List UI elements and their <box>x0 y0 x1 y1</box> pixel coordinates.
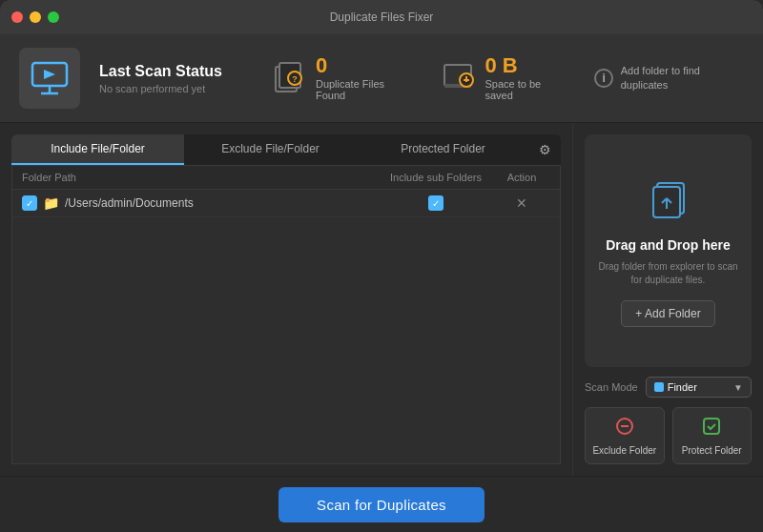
file-table: Folder Path Include sub Folders Action ✓… <box>11 165 561 464</box>
maximize-button[interactable] <box>48 11 59 23</box>
stat-space: 0 B Space to be saved <box>440 55 567 101</box>
close-button[interactable] <box>11 11 23 23</box>
hint-area: i Add folder to find duplicates <box>594 64 744 93</box>
drag-drop-area: Drag and Drop here Drag folder from expl… <box>585 134 752 367</box>
window-controls <box>11 11 59 23</box>
row-checkbox[interactable]: ✓ <box>22 195 37 211</box>
right-panel: Drag and Drop here Drag folder from expl… <box>572 123 763 476</box>
scan-status-subtitle: No scan performed yet <box>99 83 222 94</box>
row-action: ✕ <box>493 195 550 211</box>
col-folder-path: Folder Path <box>22 172 379 183</box>
scan-status: Last Scan Status No scan performed yet <box>99 62 222 93</box>
stat-space-label: Space to be saved <box>485 78 567 101</box>
drag-title: Drag and Drop here <box>606 237 731 253</box>
protect-folder-icon <box>679 416 746 441</box>
stat-files-label: Duplicate Files Found <box>316 78 411 101</box>
main-content: Include File/Folder Exclude File/Folder … <box>0 123 763 476</box>
svg-marker-3 <box>44 70 55 79</box>
row-path: /Users/admin/Documents <box>65 196 379 210</box>
settings-gear-icon[interactable]: ⚙ <box>529 134 561 165</box>
col-action: Action <box>493 172 550 183</box>
titlebar: Duplicate Files Fixer <box>0 0 763 34</box>
table-header: Folder Path Include sub Folders Action <box>12 166 560 190</box>
stat-space-info: 0 B Space to be saved <box>485 55 567 101</box>
exclude-folder-button[interactable]: Exclude Folder <box>585 407 665 464</box>
row-sub-folder-check[interactable]: ✓ <box>379 195 493 211</box>
left-panel: Include File/Folder Exclude File/Folder … <box>0 123 572 476</box>
scan-mode-row: Scan Mode Finder ▼ <box>585 377 752 398</box>
table-row: ✓ 📁 /Users/admin/Documents ✓ ✕ <box>12 190 560 217</box>
protect-folder-label: Protect Folder <box>679 445 746 456</box>
finder-icon <box>654 382 664 392</box>
scan-duplicates-button[interactable]: Scan for Duplicates <box>278 487 485 522</box>
tab-protected[interactable]: Protected Folder <box>357 134 529 165</box>
tab-include[interactable]: Include File/Folder <box>11 134 184 165</box>
svg-rect-20 <box>704 419 719 434</box>
minimize-button[interactable] <box>30 11 41 23</box>
scan-status-title: Last Scan Status <box>99 62 222 80</box>
stat-files-info: 0 Duplicate Files Found <box>316 55 411 101</box>
exclude-folder-label: Exclude Folder <box>591 445 658 456</box>
svg-text:?: ? <box>292 74 298 84</box>
scan-mode-label: Scan Mode <box>585 381 638 393</box>
stat-files-number: 0 <box>316 55 411 76</box>
scan-mode-select[interactable]: Finder ▼ <box>646 377 752 398</box>
tab-exclude[interactable]: Exclude File/Folder <box>184 134 357 165</box>
add-folder-button[interactable]: + Add Folder <box>621 300 714 327</box>
scan-mode-text: Finder <box>668 381 697 393</box>
monitor-icon <box>29 57 71 99</box>
footer: Scan for Duplicates <box>0 476 763 532</box>
tabs: Include File/Folder Exclude File/Folder … <box>11 134 561 165</box>
stat-space-number: 0 B <box>485 55 567 76</box>
remove-row-button[interactable]: ✕ <box>516 195 527 211</box>
protect-folder-button[interactable]: Protect Folder <box>672 407 753 464</box>
header: Last Scan Status No scan performed yet ?… <box>0 34 763 123</box>
folder-icon: 📁 <box>43 195 59 211</box>
drag-drop-icon <box>646 175 691 230</box>
drag-subtitle: Drag folder from explorer to scan for du… <box>598 260 738 287</box>
add-folder-label: + Add Folder <box>635 307 700 320</box>
scan-mode-value: Finder <box>654 381 697 393</box>
header-stats: ? 0 Duplicate Files Found 0 B Spa <box>270 55 744 101</box>
chevron-down-icon: ▼ <box>733 382 743 393</box>
exclude-folder-icon <box>591 416 658 441</box>
action-buttons: Exclude Folder Protect Folder <box>585 407 752 464</box>
hint-text: Add folder to find duplicates <box>621 64 744 93</box>
app-icon <box>19 48 80 109</box>
info-icon: i <box>594 69 612 88</box>
stat-files: ? 0 Duplicate Files Found <box>270 55 411 101</box>
space-saved-icon <box>440 57 476 100</box>
duplicate-files-icon: ? <box>270 57 306 100</box>
window-title: Duplicate Files Fixer <box>330 10 434 24</box>
col-sub-folders: Include sub Folders <box>379 172 493 183</box>
